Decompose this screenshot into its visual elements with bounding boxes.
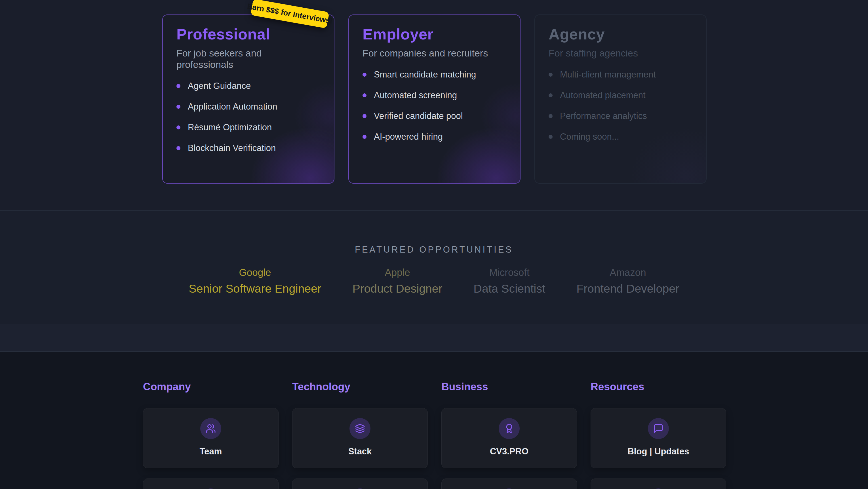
bullet-icon: [363, 73, 367, 77]
plans-section: Earn $$$ for Interviews! Professional Fo…: [0, 0, 868, 210]
job-role: Senior Software Engineer: [189, 282, 321, 295]
footer-column-resources: Resources Blog | Updates: [591, 381, 726, 489]
plan-feature-label: Smart candidate matching: [374, 70, 476, 79]
plan-subtitle: For job seekers and professionals: [177, 48, 320, 70]
plan-feature-label: Multi-client management: [560, 70, 656, 79]
icon-circle: [349, 418, 370, 439]
plan-feature-label: Coming soon...: [560, 132, 619, 141]
footer-card-label: Blog | Updates: [627, 447, 689, 457]
plan-feature: Automated screening: [363, 91, 506, 99]
award-icon: [504, 424, 514, 434]
bullet-icon: [363, 135, 367, 139]
job-company: Google: [189, 267, 321, 278]
plan-card-professional[interactable]: Earn $$$ for Interviews! Professional Fo…: [162, 15, 335, 183]
icon-circle: [648, 418, 669, 439]
plan-feature-list: Smart candidate matching Automated scree…: [363, 70, 506, 141]
message-square-icon: [653, 424, 663, 434]
bullet-icon: [177, 105, 180, 109]
plan-feature-list: Agent Guidance Application Automation Ré…: [177, 82, 320, 152]
bullet-icon: [177, 125, 180, 130]
icon-circle: [200, 418, 221, 439]
plan-feature: Smart candidate matching: [363, 70, 506, 79]
bullet-icon: [177, 84, 180, 88]
plan-title: Agency: [549, 25, 692, 43]
icon-circle: [499, 418, 520, 439]
featured-heading: FEATURED OPPORTUNITIES: [0, 210, 868, 255]
plan-feature-label: AI-powered hiring: [374, 132, 443, 141]
plan-feature-label: Blockchain Verification: [188, 144, 276, 152]
bullet-icon: [363, 93, 367, 97]
featured-section: FEATURED OPPORTUNITIES Google Senior Sof…: [0, 210, 868, 324]
plan-feature: Résumé Optimization: [177, 123, 320, 132]
plan-feature-list: Multi-client management Automated placem…: [549, 70, 692, 141]
featured-job-amazon[interactable]: Amazon Frontend Developer: [577, 267, 679, 295]
bullet-icon: [177, 146, 180, 150]
plan-title: Employer: [363, 25, 506, 43]
footer-card-cropped[interactable]: [143, 479, 279, 489]
bullet-icon: [363, 114, 367, 118]
footer-card-team[interactable]: Team: [143, 408, 279, 468]
plan-feature-label: Automated screening: [374, 91, 457, 99]
job-company: Amazon: [577, 267, 679, 278]
footer-card-cv3pro[interactable]: CV3.PRO: [441, 408, 577, 468]
footer-column-business: Business CV3.PRO: [441, 381, 577, 489]
footer-column-heading: Business: [441, 381, 577, 393]
featured-job-google[interactable]: Google Senior Software Engineer: [189, 267, 321, 295]
bullet-icon: [549, 93, 553, 97]
users-icon: [206, 424, 216, 434]
plan-subtitle: For companies and recruiters: [363, 48, 506, 59]
plan-feature: Verified candidate pool: [363, 112, 506, 120]
footer-column-heading: Resources: [591, 381, 726, 393]
footer-card-cropped[interactable]: [591, 479, 726, 489]
plan-card-employer[interactable]: Employer For companies and recruiters Sm…: [348, 15, 521, 183]
plan-cards-row: Earn $$$ for Interviews! Professional Fo…: [162, 15, 707, 183]
featured-job-apple[interactable]: Apple Product Designer: [352, 267, 442, 295]
job-role: Product Designer: [352, 282, 442, 295]
plan-feature: Application Automation: [177, 102, 320, 111]
page: Earn $$$ for Interviews! Professional Fo…: [0, 0, 868, 489]
job-role: Frontend Developer: [577, 282, 679, 295]
footer-card-label: Stack: [348, 447, 372, 457]
plan-feature: Performance analytics: [549, 112, 692, 120]
plan-feature-label: Application Automation: [188, 102, 277, 111]
promo-badge: Earn $$$ for Interviews!: [250, 0, 329, 28]
plan-feature: Blockchain Verification: [177, 144, 320, 152]
plan-title: Professional: [177, 25, 320, 43]
plan-subtitle: For staffing agencies: [549, 48, 692, 59]
plan-feature: Automated placement: [549, 91, 692, 99]
plan-feature-label: Agent Guidance: [188, 82, 251, 90]
bullet-icon: [549, 135, 553, 139]
plan-feature-label: Verified candidate pool: [374, 112, 463, 120]
job-role: Data Scientist: [473, 282, 545, 295]
plan-feature: Multi-client management: [549, 70, 692, 79]
footer-card-blog[interactable]: Blog | Updates: [591, 408, 726, 468]
footer: Company Team Technology: [0, 352, 868, 489]
footer-card-label: CV3.PRO: [490, 447, 528, 457]
plan-feature: AI-powered hiring: [363, 132, 506, 141]
job-company: Apple: [352, 267, 442, 278]
footer-column-heading: Company: [143, 381, 279, 393]
footer-card-cropped[interactable]: [441, 479, 577, 489]
footer-card-label: Team: [200, 447, 222, 457]
footer-column-technology: Technology Stack: [292, 381, 428, 489]
plan-feature-label: Automated placement: [560, 91, 646, 99]
plan-card-agency: Agency For staffing agencies Multi-clien…: [534, 15, 707, 183]
plan-feature-label: Résumé Optimization: [188, 123, 272, 132]
footer-card-stack[interactable]: Stack: [292, 408, 428, 468]
divider-band: [0, 324, 868, 351]
footer-column-company: Company Team: [143, 381, 279, 489]
footer-column-heading: Technology: [292, 381, 428, 393]
plan-feature-label: Performance analytics: [560, 112, 647, 120]
bullet-icon: [549, 114, 553, 118]
bullet-icon: [549, 73, 553, 77]
footer-card-cropped[interactable]: [292, 479, 428, 489]
job-company: Microsoft: [473, 267, 545, 278]
plan-feature: Agent Guidance: [177, 82, 320, 90]
featured-jobs-row: Google Senior Software Engineer Apple Pr…: [0, 267, 868, 295]
layers-icon: [355, 424, 365, 434]
footer-columns: Company Team Technology: [143, 381, 726, 489]
featured-job-microsoft[interactable]: Microsoft Data Scientist: [473, 267, 545, 295]
plan-feature: Coming soon...: [549, 132, 692, 141]
